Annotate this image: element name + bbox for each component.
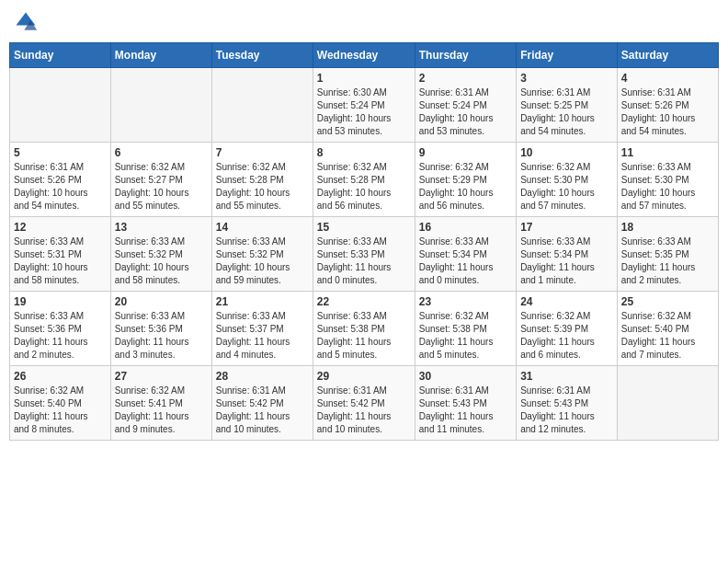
day-number: 31 <box>520 370 613 383</box>
day-number: 6 <box>115 146 208 159</box>
calendar-cell: 27Sunrise: 6:32 AM Sunset: 5:41 PM Dayli… <box>110 366 211 441</box>
day-number: 12 <box>14 221 107 234</box>
calendar-week-row: 26Sunrise: 6:32 AM Sunset: 5:40 PM Dayli… <box>10 366 719 441</box>
day-info: Sunrise: 6:31 AM Sunset: 5:43 PM Dayligh… <box>520 385 613 436</box>
day-info: Sunrise: 6:33 AM Sunset: 5:34 PM Dayligh… <box>419 236 512 287</box>
day-info: Sunrise: 6:31 AM Sunset: 5:26 PM Dayligh… <box>621 86 714 138</box>
calendar-cell <box>617 366 718 441</box>
day-info: Sunrise: 6:33 AM Sunset: 5:38 PM Dayligh… <box>317 310 411 362</box>
day-number: 28 <box>216 370 309 383</box>
day-number: 11 <box>621 146 714 159</box>
day-info: Sunrise: 6:32 AM Sunset: 5:30 PM Dayligh… <box>520 161 613 213</box>
day-info: Sunrise: 6:33 AM Sunset: 5:30 PM Dayligh… <box>621 161 714 213</box>
logo <box>13 9 42 35</box>
day-number: 2 <box>419 72 512 85</box>
calendar-cell: 14Sunrise: 6:33 AM Sunset: 5:32 PM Dayli… <box>211 217 313 292</box>
calendar-header-saturday: Saturday <box>617 43 718 68</box>
calendar-cell: 11Sunrise: 6:33 AM Sunset: 5:30 PM Dayli… <box>617 143 718 217</box>
calendar-cell: 19Sunrise: 6:33 AM Sunset: 5:36 PM Dayli… <box>10 292 111 366</box>
day-number: 23 <box>419 295 512 308</box>
day-number: 20 <box>115 295 208 308</box>
day-info: Sunrise: 6:33 AM Sunset: 5:37 PM Dayligh… <box>216 310 309 362</box>
day-info: Sunrise: 6:33 AM Sunset: 5:34 PM Dayligh… <box>520 236 613 287</box>
day-info: Sunrise: 6:33 AM Sunset: 5:36 PM Dayligh… <box>115 310 208 362</box>
day-info: Sunrise: 6:31 AM Sunset: 5:42 PM Dayligh… <box>317 385 411 436</box>
calendar-cell: 6Sunrise: 6:32 AM Sunset: 5:27 PM Daylig… <box>110 143 211 217</box>
calendar-cell: 7Sunrise: 6:32 AM Sunset: 5:28 PM Daylig… <box>211 143 313 217</box>
day-info: Sunrise: 6:33 AM Sunset: 5:32 PM Dayligh… <box>115 236 208 287</box>
day-number: 5 <box>14 146 107 159</box>
day-number: 8 <box>317 146 411 159</box>
calendar-table: SundayMondayTuesdayWednesdayThursdayFrid… <box>9 42 719 441</box>
day-number: 18 <box>621 221 714 234</box>
day-number: 3 <box>520 72 613 85</box>
day-info: Sunrise: 6:31 AM Sunset: 5:43 PM Dayligh… <box>419 385 512 436</box>
day-number: 13 <box>115 221 208 234</box>
calendar-cell: 5Sunrise: 6:31 AM Sunset: 5:26 PM Daylig… <box>10 143 111 217</box>
calendar-cell: 9Sunrise: 6:32 AM Sunset: 5:29 PM Daylig… <box>415 143 516 217</box>
calendar-cell: 12Sunrise: 6:33 AM Sunset: 5:31 PM Dayli… <box>10 217 111 292</box>
day-number: 30 <box>419 370 512 383</box>
day-info: Sunrise: 6:33 AM Sunset: 5:36 PM Dayligh… <box>14 310 107 362</box>
day-info: Sunrise: 6:32 AM Sunset: 5:40 PM Dayligh… <box>14 385 107 436</box>
calendar-header-wednesday: Wednesday <box>313 43 415 68</box>
calendar-week-row: 5Sunrise: 6:31 AM Sunset: 5:26 PM Daylig… <box>10 143 719 217</box>
calendar-cell <box>211 68 313 143</box>
calendar-cell: 8Sunrise: 6:32 AM Sunset: 5:28 PM Daylig… <box>313 143 415 217</box>
day-number: 10 <box>520 146 613 159</box>
day-number: 1 <box>317 72 411 85</box>
calendar-cell: 21Sunrise: 6:33 AM Sunset: 5:37 PM Dayli… <box>211 292 313 366</box>
calendar-cell: 23Sunrise: 6:32 AM Sunset: 5:38 PM Dayli… <box>415 292 516 366</box>
day-info: Sunrise: 6:31 AM Sunset: 5:24 PM Dayligh… <box>419 86 512 138</box>
calendar-header-friday: Friday <box>517 43 618 68</box>
day-number: 29 <box>317 370 411 383</box>
day-info: Sunrise: 6:32 AM Sunset: 5:29 PM Dayligh… <box>419 161 512 213</box>
calendar-cell: 28Sunrise: 6:31 AM Sunset: 5:42 PM Dayli… <box>211 366 313 441</box>
calendar-cell <box>110 68 211 143</box>
calendar-cell: 18Sunrise: 6:33 AM Sunset: 5:35 PM Dayli… <box>617 217 718 292</box>
day-number: 15 <box>317 221 411 234</box>
day-info: Sunrise: 6:31 AM Sunset: 5:42 PM Dayligh… <box>216 385 309 436</box>
calendar-cell: 30Sunrise: 6:31 AM Sunset: 5:43 PM Dayli… <box>415 366 516 441</box>
calendar-cell: 26Sunrise: 6:32 AM Sunset: 5:40 PM Dayli… <box>10 366 111 441</box>
day-info: Sunrise: 6:30 AM Sunset: 5:24 PM Dayligh… <box>317 86 411 138</box>
calendar-cell: 1Sunrise: 6:30 AM Sunset: 5:24 PM Daylig… <box>313 68 415 143</box>
day-info: Sunrise: 6:32 AM Sunset: 5:28 PM Dayligh… <box>216 161 309 213</box>
calendar-header-sunday: Sunday <box>10 43 111 68</box>
day-info: Sunrise: 6:33 AM Sunset: 5:32 PM Dayligh… <box>216 236 309 287</box>
calendar-cell: 2Sunrise: 6:31 AM Sunset: 5:24 PM Daylig… <box>415 68 516 143</box>
calendar-cell: 13Sunrise: 6:33 AM Sunset: 5:32 PM Dayli… <box>110 217 211 292</box>
calendar-cell: 22Sunrise: 6:33 AM Sunset: 5:38 PM Dayli… <box>313 292 415 366</box>
day-info: Sunrise: 6:32 AM Sunset: 5:39 PM Dayligh… <box>520 310 613 362</box>
day-number: 26 <box>14 370 107 383</box>
day-number: 19 <box>14 295 107 308</box>
day-info: Sunrise: 6:32 AM Sunset: 5:27 PM Dayligh… <box>115 161 208 213</box>
day-info: Sunrise: 6:33 AM Sunset: 5:35 PM Dayligh… <box>621 236 714 287</box>
calendar-week-row: 1Sunrise: 6:30 AM Sunset: 5:24 PM Daylig… <box>10 68 719 143</box>
day-number: 16 <box>419 221 512 234</box>
day-number: 17 <box>520 221 613 234</box>
day-number: 22 <box>317 295 411 308</box>
calendar-cell: 24Sunrise: 6:32 AM Sunset: 5:39 PM Dayli… <box>517 292 618 366</box>
day-info: Sunrise: 6:32 AM Sunset: 5:38 PM Dayligh… <box>419 310 512 362</box>
calendar-cell: 16Sunrise: 6:33 AM Sunset: 5:34 PM Dayli… <box>415 217 516 292</box>
logo-icon <box>13 9 39 35</box>
calendar-header-thursday: Thursday <box>415 43 516 68</box>
day-number: 27 <box>115 370 208 383</box>
day-info: Sunrise: 6:33 AM Sunset: 5:31 PM Dayligh… <box>14 236 107 287</box>
calendar-cell: 17Sunrise: 6:33 AM Sunset: 5:34 PM Dayli… <box>517 217 618 292</box>
day-info: Sunrise: 6:33 AM Sunset: 5:33 PM Dayligh… <box>317 236 411 287</box>
day-info: Sunrise: 6:32 AM Sunset: 5:28 PM Dayligh… <box>317 161 411 213</box>
calendar-cell: 20Sunrise: 6:33 AM Sunset: 5:36 PM Dayli… <box>110 292 211 366</box>
calendar-cell <box>10 68 111 143</box>
calendar-cell: 15Sunrise: 6:33 AM Sunset: 5:33 PM Dayli… <box>313 217 415 292</box>
calendar-cell: 29Sunrise: 6:31 AM Sunset: 5:42 PM Dayli… <box>313 366 415 441</box>
page-header <box>9 9 719 35</box>
calendar-week-row: 19Sunrise: 6:33 AM Sunset: 5:36 PM Dayli… <box>10 292 719 366</box>
day-number: 7 <box>216 146 309 159</box>
calendar-cell: 4Sunrise: 6:31 AM Sunset: 5:26 PM Daylig… <box>617 68 718 143</box>
day-info: Sunrise: 6:32 AM Sunset: 5:40 PM Dayligh… <box>621 310 714 362</box>
calendar-header-row: SundayMondayTuesdayWednesdayThursdayFrid… <box>10 43 719 68</box>
calendar-header-monday: Monday <box>110 43 211 68</box>
day-number: 14 <box>216 221 309 234</box>
